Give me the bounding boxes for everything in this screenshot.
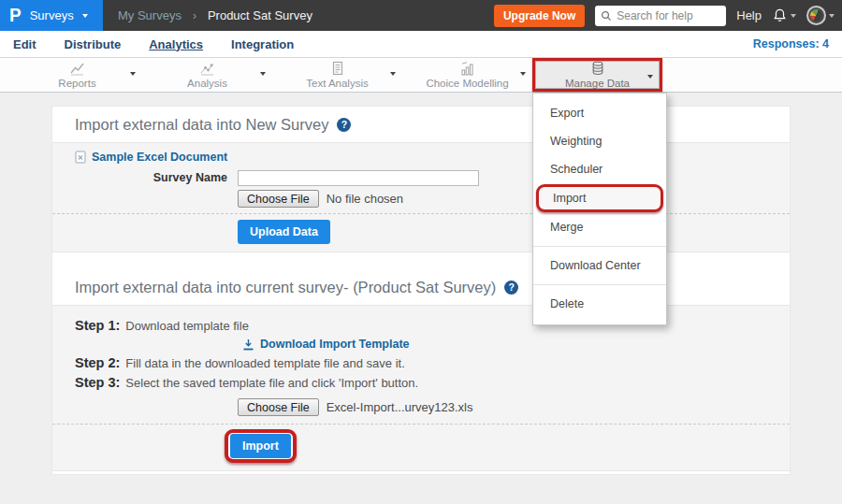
upload-data-button[interactable]: Upload Data [238, 220, 330, 244]
excel-file-icon [75, 151, 86, 164]
top-bar: P Surveys My Surveys › Product Sat Surve… [0, 0, 842, 31]
questionpro-logo: P [9, 7, 22, 25]
menu-item-export[interactable]: Export [533, 99, 666, 127]
breadcrumb: My Surveys › Product Sat Survey [118, 0, 312, 31]
toolbar-item-label: Reports [58, 78, 95, 89]
chevron-down-icon[interactable] [390, 72, 396, 76]
menu-item-delete[interactable]: Delete [533, 290, 666, 318]
menu-divider [533, 246, 666, 247]
breadcrumb-current-survey: Product Sat Survey [208, 8, 312, 22]
download-template-row[interactable]: Download Import Template [242, 338, 767, 351]
sample-excel-document-link[interactable]: Sample Excel Document [92, 151, 227, 164]
section-title-row: Import external data into New Survey ? [52, 107, 790, 142]
search-input[interactable] [617, 9, 720, 22]
import-button[interactable]: Import [230, 434, 291, 458]
help-search[interactable] [595, 6, 726, 26]
section-title: Import external data into New Survey [75, 116, 328, 134]
step-3-label: Step 3: [75, 375, 120, 390]
surveys-menu-label: Surveys [30, 8, 74, 22]
help-icon[interactable]: ? [337, 118, 351, 132]
file-upload-row: Choose File No file chosen [238, 190, 767, 208]
toolbar-manage-data[interactable]: Manage Data [532, 58, 662, 92]
menu-item-scheduler[interactable]: Scheduler [533, 155, 666, 183]
section-import-current-survey: Import external data into current survey… [52, 269, 790, 471]
tab-distribute[interactable]: Distribute [65, 37, 122, 51]
help-icon[interactable]: ? [504, 281, 518, 295]
selected-file-name: Excel-Import...urvey123.xls [327, 400, 473, 414]
tab-integration[interactable]: Integration [231, 37, 294, 51]
section-title-row: Import external data into current survey… [52, 269, 790, 305]
section-body: Step 1: Download template file Download … [52, 305, 790, 471]
analytics-toolbar: Reports Analysis Text Analysis Choice Mo… [0, 58, 842, 93]
product-switcher[interactable]: P Surveys [0, 0, 103, 31]
manage-data-dropdown: Export Weighting Scheduler Import Merge … [532, 93, 667, 325]
download-import-template-link[interactable]: Download Import Template [260, 338, 410, 351]
toolbar-text-analysis[interactable]: Text Analysis [272, 58, 402, 92]
upgrade-now-button[interactable]: Upgrade Now [494, 5, 585, 27]
import-panel: Import external data into New Survey ? S… [51, 106, 791, 475]
chevron-down-icon [791, 14, 796, 18]
toolbar-item-label: Text Analysis [306, 78, 368, 89]
scatter-chart-icon [199, 62, 215, 76]
toolbar-item-label: Choice Modelling [426, 78, 508, 89]
step-2-text: Fill data in the downloaded template fil… [125, 356, 404, 370]
avatar [806, 6, 826, 25]
menu-divider [533, 284, 666, 285]
menu-item-weighting[interactable]: Weighting [533, 127, 666, 155]
step-1-text: Download template file [125, 319, 249, 333]
tab-analytics[interactable]: Analytics [149, 37, 203, 51]
chevron-down-icon[interactable] [520, 72, 526, 76]
template-file-row: Choose File Excel-Import...urvey123.xls [238, 398, 767, 416]
survey-name-input[interactable] [238, 170, 479, 186]
import-button-annotation: Import [225, 429, 297, 463]
section-title: Import external data into current survey… [75, 279, 496, 296]
database-icon [590, 61, 605, 76]
toolbar-item-label: Manage Data [565, 78, 630, 89]
account-menu[interactable] [806, 6, 835, 25]
menu-item-merge[interactable]: Merge [533, 213, 666, 241]
search-icon [601, 10, 612, 22]
topbar-actions: Upgrade Now Help [494, 0, 842, 31]
survey-nav: Edit Distribute Analytics Integration Re… [0, 31, 842, 58]
gauge-icon [810, 9, 822, 22]
breadcrumb-my-surveys[interactable]: My Surveys [118, 8, 181, 22]
step-3-text: Select the saved template file and click… [125, 376, 418, 390]
chevron-down-icon[interactable] [260, 72, 266, 76]
tab-edit[interactable]: Edit [13, 37, 36, 51]
choose-file-button[interactable]: Choose File [238, 398, 319, 416]
chevron-down-icon [829, 14, 835, 18]
toolbar-item-label: Analysis [187, 78, 227, 89]
step-2-label: Step 2: [75, 355, 120, 370]
chevron-down-icon[interactable] [130, 72, 136, 76]
toolbar-analysis[interactable]: Analysis [142, 58, 272, 92]
survey-name-label: Survey Name [75, 171, 227, 184]
toolbar-reports[interactable]: Reports [12, 58, 142, 92]
section-import-new-survey: Import external data into New Survey ? S… [52, 107, 790, 252]
download-icon [242, 338, 254, 351]
bell-icon [772, 7, 788, 23]
toolbar-choice-modelling[interactable]: Choice Modelling [402, 58, 532, 92]
step-2-row: Step 2: Fill data in the downloaded temp… [75, 355, 767, 370]
bar-chart-icon [459, 62, 475, 76]
document-icon [330, 61, 345, 76]
step-1-label: Step 1: [75, 318, 120, 333]
step-3-row: Step 3: Select the saved template file a… [75, 375, 767, 390]
chevron-down-icon[interactable] [647, 75, 653, 79]
line-chart-icon [69, 62, 85, 76]
page-content: Import external data into New Survey ? S… [0, 93, 842, 504]
choose-file-button[interactable]: Choose File [238, 190, 319, 208]
no-file-chosen-text: No file chosen [327, 192, 403, 206]
breadcrumb-separator: › [193, 9, 196, 22]
chevron-down-icon [82, 14, 88, 18]
help-link[interactable]: Help [736, 8, 762, 22]
menu-item-download-center[interactable]: Download Center [533, 252, 666, 280]
menu-item-import[interactable]: Import [536, 184, 663, 212]
notifications-menu[interactable] [772, 7, 796, 23]
section-body: Sample Excel Document Survey Name Choose… [52, 142, 790, 252]
responses-count[interactable]: Responses: 4 [753, 37, 829, 50]
